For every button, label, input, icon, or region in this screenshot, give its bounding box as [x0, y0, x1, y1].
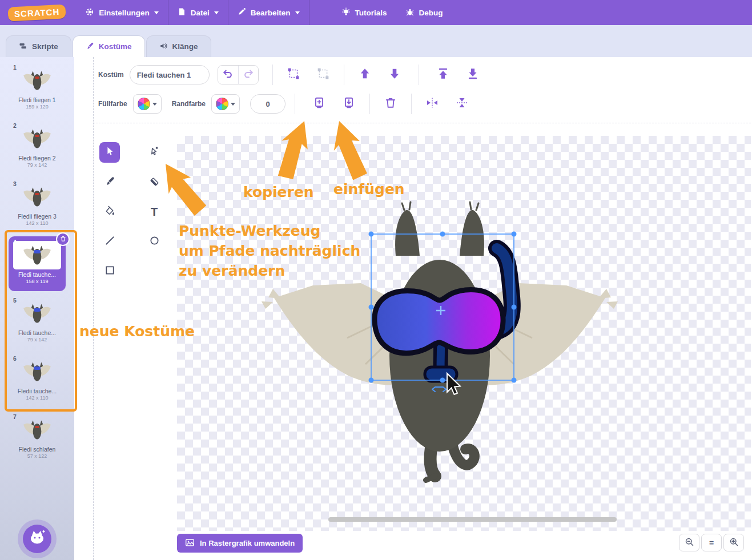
zoom-controls: =: [679, 534, 744, 551]
redo-icon: [243, 69, 254, 82]
editor-left-dashed-divider: [93, 57, 94, 560]
costume-thumbnail: [13, 241, 61, 269]
outline-color-label: Randfarbe: [172, 100, 206, 108]
speaker-icon: [159, 42, 168, 52]
toolbar-divider: [295, 94, 295, 114]
costume-item-3[interactable]: 3 Fledii fliegen 3 142 x 110: [9, 178, 66, 233]
reshape-tool[interactable]: [144, 142, 164, 163]
costume-name: Fledi fliegen 1: [18, 96, 55, 103]
tab-scripts[interactable]: Skripte: [6, 35, 71, 57]
zoom-out-icon: [685, 537, 694, 549]
redo-button[interactable]: [238, 66, 258, 84]
costume-item-7[interactable]: 7 Fledi schlafen 57 x 122: [9, 411, 66, 466]
costume-accent-dot: [34, 308, 41, 312]
ungroup-button[interactable]: [315, 66, 332, 83]
flip-vertical-button[interactable]: [453, 95, 470, 112]
add-costume-button[interactable]: [23, 525, 51, 553]
costume-thumbnail: [17, 124, 58, 153]
eraser-icon: [149, 176, 160, 189]
paste-button[interactable]: [340, 95, 357, 112]
menu-debug[interactable]: Debug: [396, 0, 452, 25]
layer-backward-button[interactable]: [386, 66, 403, 83]
select-tool[interactable]: [99, 142, 120, 163]
costume-item-2[interactable]: 2 Fledi fliegen 2 79 x 142: [9, 120, 66, 175]
costume-size: 142 x 110: [26, 220, 49, 226]
delete-costume-button[interactable]: [56, 232, 70, 246]
outline-width-input[interactable]: [250, 94, 285, 114]
layer-forward-button[interactable]: [356, 66, 373, 83]
menu-edit[interactable]: Bearbeiten: [228, 0, 309, 25]
trash-icon: [384, 96, 397, 111]
costume-number: 1: [13, 64, 17, 71]
code-blocks-icon: [19, 42, 27, 52]
costume-size: 79 x 142: [27, 337, 47, 343]
delete-button[interactable]: [382, 95, 399, 112]
undo-button[interactable]: [218, 66, 238, 84]
layer-backward-icon: [388, 67, 401, 82]
brush-icon: [104, 176, 115, 189]
layer-back-button[interactable]: [464, 66, 481, 83]
tab-sounds[interactable]: Klänge: [146, 35, 211, 57]
layer-front-button[interactable]: [435, 66, 452, 83]
circle-tool[interactable]: [144, 231, 164, 252]
costume-thumbnail: [17, 183, 58, 211]
costume-size: 142 x 110: [26, 395, 49, 401]
chevron-down-icon: [214, 11, 219, 14]
delete-badge-icon: [60, 234, 66, 244]
ungroup-icon: [317, 67, 329, 82]
tool-palette: T: [99, 142, 164, 281]
fill-color-label: Füllfarbe: [98, 100, 127, 108]
zoom-reset-button[interactable]: =: [701, 534, 722, 551]
convert-to-bitmap-button[interactable]: In Rastergrafik umwandeln: [177, 534, 303, 553]
group-button[interactable]: [285, 66, 302, 83]
brush-tool[interactable]: [99, 172, 120, 192]
line-tool[interactable]: [99, 231, 120, 252]
tab-costumes-label: Kostüme: [99, 42, 132, 51]
zoom-in-button[interactable]: [723, 534, 744, 551]
lightbulb-icon: [341, 7, 351, 18]
costume-name-input[interactable]: [130, 65, 210, 84]
copy-button[interactable]: [311, 95, 328, 112]
circle-icon: [149, 235, 160, 248]
costume-number: 3: [13, 180, 17, 187]
costume-number: 2: [13, 122, 17, 129]
toolbar-divider: [369, 94, 370, 114]
costume-item-4[interactable]: 4 Fledi tauche... 158 x 119: [9, 236, 66, 291]
outline-color-swatch[interactable]: [211, 94, 240, 114]
layer-front-icon: [437, 67, 449, 82]
costume-number: 5: [13, 297, 17, 304]
fill-color-swatch[interactable]: [133, 94, 162, 114]
select-icon: [104, 146, 115, 159]
costume-thumbnail: [17, 416, 58, 444]
costume-accent-dot: [35, 193, 39, 195]
costume-item-6[interactable]: 6 Fledii tauche... 142 x 110: [9, 353, 66, 408]
costume-item-1[interactable]: 1 Fledi fliegen 1 159 x 120: [9, 62, 66, 116]
flip-horizontal-button[interactable]: [424, 95, 441, 112]
text-icon: T: [151, 206, 158, 217]
menu-file[interactable]: Datei: [168, 0, 228, 25]
toolbar-row-1: Kostüm: [98, 65, 488, 85]
costume-name: Fledi schlafen: [19, 446, 56, 453]
paste-icon: [343, 96, 355, 111]
scratch-logo[interactable]: SCRATCH: [7, 4, 66, 21]
menu-settings-label: Einstellungen: [99, 9, 150, 17]
gear-icon: [85, 7, 94, 18]
costume-item-5[interactable]: 5 Fledi tauche... 79 x 142: [9, 295, 66, 349]
toolbar-divider: [419, 65, 419, 85]
costume-accent-dot: [34, 366, 41, 370]
eraser-tool[interactable]: [144, 172, 164, 192]
text-tool[interactable]: T: [144, 202, 164, 222]
menu-tutorials[interactable]: Tutorials: [332, 0, 396, 25]
fill-tool[interactable]: [99, 202, 120, 222]
costume-name: Fledi tauche...: [18, 271, 56, 278]
paint-editor: Kostüm: [74, 57, 752, 560]
canvas-h-scrollbar[interactable]: [328, 517, 617, 522]
zoom-out-button[interactable]: [679, 534, 699, 551]
menu-settings[interactable]: Einstellungen: [76, 0, 168, 25]
costume-artwork: [177, 136, 751, 531]
costume-name: Fledi tauche...: [18, 329, 56, 336]
rectangle-tool[interactable]: [99, 261, 120, 281]
tab-costumes[interactable]: Kostüme: [73, 35, 145, 57]
paint-canvas[interactable]: [177, 136, 751, 531]
file-icon: [178, 7, 186, 18]
